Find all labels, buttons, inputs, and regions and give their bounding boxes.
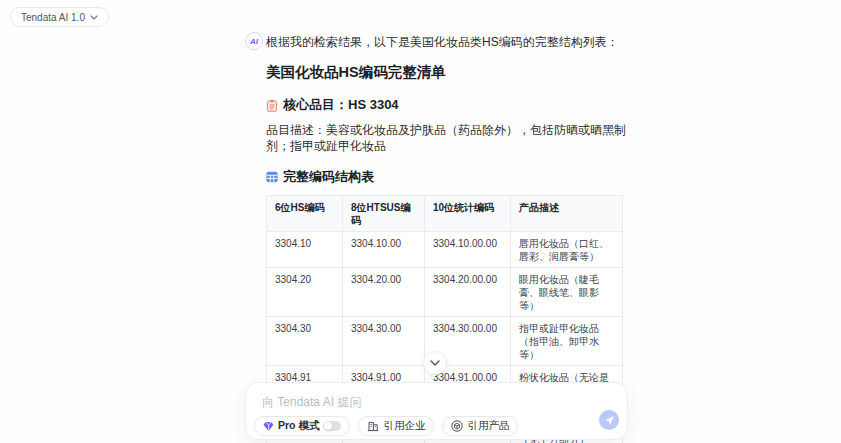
- table-header-cell: 产品描述: [511, 196, 623, 232]
- table-cell: 唇用化妆品（口红、唇彩、润唇膏等）: [511, 232, 623, 268]
- pro-gem-icon: [263, 421, 274, 432]
- cite-company-label: 引用企业: [383, 419, 425, 433]
- core-section-description: 品目描述：美容或化妆品及护肤品（药品除外），包括防晒或晒黑制剂；指甲或趾甲化妆品: [266, 122, 629, 154]
- table-section-heading: 完整编码结构表: [266, 168, 629, 186]
- cite-company-chip[interactable]: 引用企业: [358, 416, 434, 436]
- table-cell: 眼用化妆品（睫毛膏、眼线笔、眼影等）: [511, 268, 623, 317]
- table-cell: 3304.10.00.00: [425, 232, 511, 268]
- composer-chip-row: Pro 模式 引用企业: [254, 416, 518, 436]
- building-icon: [367, 420, 379, 432]
- table-row: 3304.203304.20.003304.20.00.00眼用化妆品（睫毛膏、…: [267, 268, 623, 317]
- table-header-cell: 10位统计编码: [425, 196, 511, 232]
- toggle-knob: [324, 422, 332, 430]
- message-intro: 根据我的检索结果，以下是美国化妆品类HS编码的完整结构列表：: [266, 34, 629, 50]
- send-button[interactable]: [599, 410, 619, 430]
- ai-avatar: AI: [245, 32, 263, 50]
- table-cell: 3304.10: [267, 232, 343, 268]
- table-header-cell: 8位HTSUS编码: [343, 196, 425, 232]
- table-cell: 3304.20.00: [343, 268, 425, 317]
- table-cell: 3304.30.00: [343, 317, 425, 366]
- table-section-heading-text: 完整编码结构表: [283, 168, 374, 186]
- model-selector[interactable]: Tendata AI 1.0: [10, 7, 109, 27]
- ai-avatar-label: AI: [250, 37, 258, 46]
- cite-product-chip[interactable]: 引用产品: [442, 416, 518, 436]
- table-cell: 3304.20.00.00: [425, 268, 511, 317]
- chevron-down-icon: [90, 15, 98, 20]
- composer: Pro 模式 引用企业: [245, 382, 628, 440]
- clipboard-icon: [266, 99, 278, 112]
- model-selector-label: Tendata AI 1.0: [21, 12, 85, 23]
- pro-mode-label: Pro 模式: [278, 419, 319, 433]
- table-icon: [266, 171, 278, 183]
- table-row: 3304.103304.10.003304.10.00.00唇用化妆品（口红、唇…: [267, 232, 623, 268]
- message-title: 美国化妆品HS编码完整清单: [266, 63, 629, 82]
- chevron-down-icon: [430, 360, 440, 366]
- pro-mode-chip[interactable]: Pro 模式: [254, 416, 350, 436]
- core-section-heading: 核心品目：HS 3304: [266, 96, 629, 114]
- table-header-cell: 6位HS编码: [267, 196, 343, 232]
- paper-plane-icon: [604, 415, 615, 426]
- table-cell: 3304.30: [267, 317, 343, 366]
- core-section-heading-text: 核心品目：HS 3304: [283, 96, 399, 114]
- cite-product-label: 引用产品: [467, 419, 509, 433]
- table-cell: 3304.10.00: [343, 232, 425, 268]
- pro-mode-toggle[interactable]: [323, 421, 341, 431]
- table-header-row: 6位HS编码8位HTSUS编码10位统计编码产品描述: [267, 196, 623, 232]
- table-cell: 指甲或趾甲化妆品（指甲油、卸甲水等）: [511, 317, 623, 366]
- product-icon: [451, 420, 463, 432]
- table-cell: 3304.20: [267, 268, 343, 317]
- chat-input[interactable]: [262, 393, 592, 411]
- scroll-to-bottom-button[interactable]: [423, 351, 447, 375]
